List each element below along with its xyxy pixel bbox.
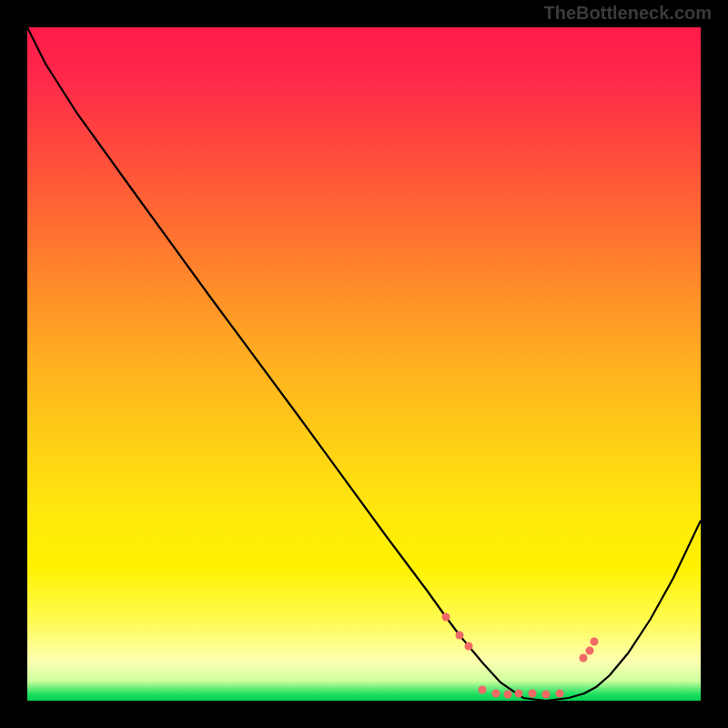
- curve-marker: [504, 691, 512, 699]
- chart-svg: [27, 27, 701, 701]
- curve-marker: [529, 690, 537, 698]
- watermark-text: TheBottleneck.com: [544, 3, 712, 24]
- curve-marker: [586, 647, 594, 655]
- curve-marker: [456, 632, 464, 640]
- curve-marker: [442, 613, 450, 622]
- plot-area: [27, 27, 701, 701]
- curve-marker: [515, 690, 523, 698]
- curve-marker: [479, 686, 487, 694]
- curve-marker: [492, 690, 500, 698]
- curve-markers: [442, 613, 599, 699]
- curve-marker: [542, 691, 551, 699]
- bottleneck-curve: [27, 27, 701, 701]
- curve-marker: [591, 638, 599, 646]
- curve-marker: [580, 654, 588, 662]
- curve-marker: [465, 642, 473, 651]
- curve-marker: [556, 690, 564, 698]
